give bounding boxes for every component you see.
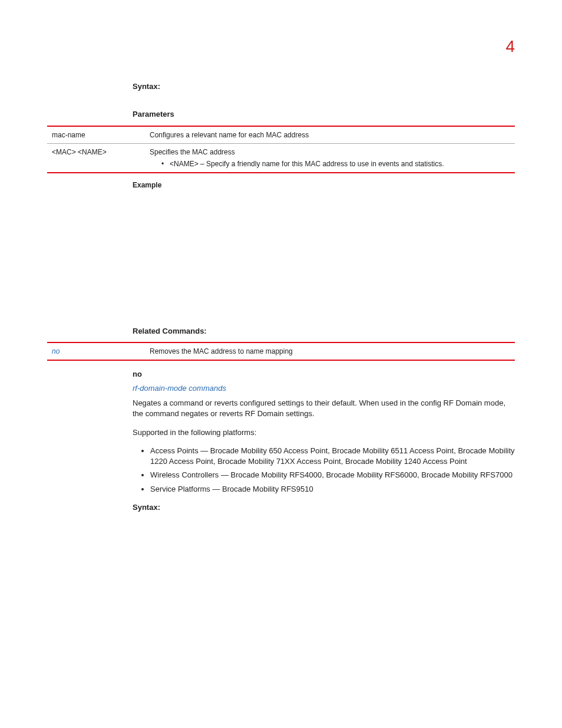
supported-platforms-intro: Supported in the following platforms: bbox=[133, 427, 515, 438]
parameters-table: mac-name Configures a relevant name for … bbox=[47, 126, 515, 174]
param-subitem: <NAME> – Specify a friendly name for thi… bbox=[161, 159, 510, 169]
related-commands-table: no Removes the MAC address to name mappi… bbox=[47, 342, 515, 361]
parameters-heading: Parameters bbox=[133, 109, 515, 120]
no-description: Negates a command or reverts configured … bbox=[133, 398, 515, 419]
list-item: Wireless Controllers — Brocade Mobility … bbox=[150, 470, 515, 480]
list-item: Access Points — Brocade Mobility 650 Acc… bbox=[150, 446, 515, 466]
related-name: no bbox=[47, 342, 145, 360]
syntax-heading-2: Syntax: bbox=[133, 502, 515, 513]
related-desc: Removes the MAC address to name mapping bbox=[145, 342, 515, 360]
bullet-icon bbox=[161, 159, 170, 169]
no-link-ref[interactable]: no bbox=[52, 347, 59, 355]
param-desc-cell: Specifies the MAC address <NAME> – Speci… bbox=[145, 144, 515, 173]
param-desc: Specifies the MAC address bbox=[150, 148, 235, 156]
related-commands-heading: Related Commands: bbox=[133, 326, 515, 337]
platforms-list: Access Points — Brocade Mobility 650 Acc… bbox=[133, 446, 515, 494]
param-sub-desc: <NAME> – Specify a friendly name for thi… bbox=[170, 159, 444, 169]
no-command-heading: no bbox=[133, 369, 515, 380]
syntax-heading-1: Syntax: bbox=[133, 81, 515, 92]
example-heading: Example bbox=[133, 180, 515, 190]
table-row: <MAC> <NAME> Specifies the MAC address <… bbox=[47, 144, 515, 173]
param-name: mac-name bbox=[47, 126, 145, 144]
page-number: 4 bbox=[47, 35, 515, 58]
table-row: mac-name Configures a relevant name for … bbox=[47, 126, 515, 144]
param-name: <MAC> <NAME> bbox=[47, 144, 145, 173]
example-body-placeholder bbox=[133, 190, 515, 326]
table-row: no Removes the MAC address to name mappi… bbox=[47, 342, 515, 360]
list-item: Service Platforms — Brocade Mobility RFS… bbox=[150, 484, 515, 495]
param-desc: Configures a relevant name for each MAC … bbox=[145, 126, 515, 144]
rf-domain-mode-link[interactable]: rf-domain-mode commands bbox=[133, 384, 226, 393]
